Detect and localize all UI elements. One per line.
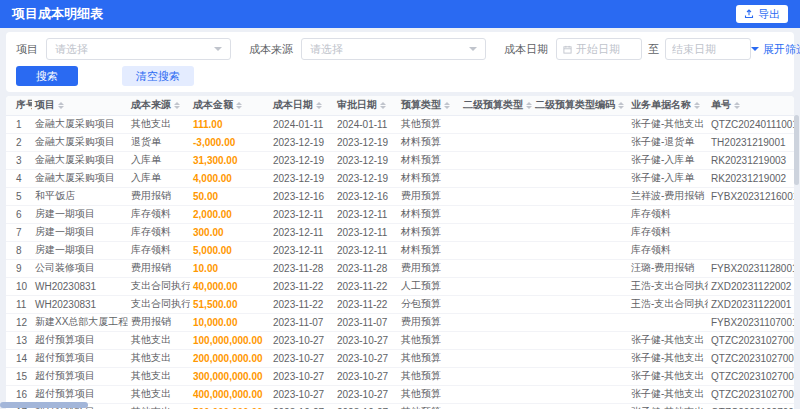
table-cell: 14 — [6, 349, 32, 367]
filter-actions: 搜索 清空搜索 — [16, 66, 784, 86]
table-row: 17超付预算项目其他支出500,000,000.002023-10-272023… — [6, 403, 794, 409]
table-cell — [460, 241, 532, 259]
table-cell: 2023-12-19 — [334, 151, 398, 169]
table-cell: 张子健-其他支出 — [628, 385, 708, 403]
column-header[interactable]: 单号 — [708, 96, 794, 115]
table-cell: 31,300.00 — [190, 151, 270, 169]
column-header[interactable]: 成本日期 — [270, 96, 334, 115]
table-cell — [460, 151, 532, 169]
filter-item-cost-date: 成本日期 开始日期 至 结束日期 — [504, 38, 751, 60]
table-cell: 10,000.00 — [190, 313, 270, 331]
table-cell: 分包预算 — [398, 295, 460, 313]
column-header[interactable]: 成本来源 — [128, 96, 190, 115]
table-cell: 超付预算项目 — [32, 385, 128, 403]
column-header[interactable]: 序号 — [6, 96, 32, 115]
start-date-placeholder: 开始日期 — [576, 42, 620, 57]
table-row: 7房建一期项目库存领料300.002023-12-112023-12-11材料预… — [6, 223, 794, 241]
sort-icon[interactable] — [58, 99, 64, 112]
table-cell — [532, 277, 628, 295]
table-cell: 材料预算 — [398, 169, 460, 187]
export-button[interactable]: 导出 — [736, 5, 788, 23]
table-cell: QTZC20231027002 — [708, 331, 794, 349]
horizontal-scrollbar-thumb[interactable] — [0, 402, 88, 408]
table-cell — [532, 169, 628, 187]
table-cell: 库存领料 — [128, 223, 190, 241]
table-cell: 张子健-其他支出 — [628, 403, 708, 409]
column-header[interactable]: 业务单据名称 — [628, 96, 708, 115]
column-header[interactable]: 二级预算类型编码 — [532, 96, 628, 115]
table-cell — [532, 115, 628, 133]
search-button[interactable]: 搜索 — [16, 66, 78, 86]
table-cell: 2024-01-11 — [334, 115, 398, 133]
sort-icon[interactable] — [526, 99, 532, 112]
sort-icon[interactable] — [316, 99, 322, 112]
end-date-input[interactable]: 结束日期 — [665, 38, 751, 60]
chevron-down-icon — [214, 47, 222, 55]
table-cell: 2023-12-11 — [334, 241, 398, 259]
expand-filter-toggle[interactable]: 展开筛选 — [751, 42, 800, 57]
table-cell: 其他支出 — [128, 349, 190, 367]
table-cell: 2023-12-19 — [334, 133, 398, 151]
chevron-down-icon — [469, 47, 477, 55]
sort-icon[interactable] — [618, 99, 624, 112]
cost-source-select[interactable]: 请选择 — [301, 38, 486, 60]
column-header[interactable]: 审批日期 — [334, 96, 398, 115]
column-header[interactable]: 项目 — [32, 96, 128, 115]
column-header[interactable]: 预算类型 — [398, 96, 460, 115]
table-cell: 51,500.00 — [190, 295, 270, 313]
topbar: 项目成本明细表 导出 — [0, 0, 800, 28]
sort-icon[interactable] — [380, 99, 386, 112]
table-cell: 材料预算 — [398, 241, 460, 259]
table-cell: 9 — [6, 259, 32, 277]
table-cell — [532, 205, 628, 223]
table-cell — [460, 385, 532, 403]
column-label: 业务单据名称 — [631, 99, 691, 110]
table-cell: 库存领料 — [628, 223, 708, 241]
table-cell: 2023-10-27 — [270, 403, 334, 409]
table-cell: 4 — [6, 169, 32, 187]
table-cell: 兰祥波-费用报销 — [628, 187, 708, 205]
table-cell: RK20231219002 — [708, 169, 794, 187]
table-header-row: 序号项目成本来源成本金额成本日期审批日期预算类型二级预算类型二级预算类型编码业务… — [6, 96, 794, 115]
table-cell: 金融大厦采购项目 — [32, 151, 128, 169]
table-cell — [532, 403, 628, 409]
column-header[interactable]: 成本金额 — [190, 96, 270, 115]
table-cell: WH20230831 — [32, 277, 128, 295]
table-row: 4金融大厦采购项目入库单4,000.002023-12-192023-12-19… — [6, 169, 794, 187]
sort-icon[interactable] — [734, 99, 740, 112]
table-cell: 2023-10-27 — [334, 385, 398, 403]
sort-icon[interactable] — [174, 99, 180, 112]
table-cell: RK20231219003 — [708, 151, 794, 169]
table-cell: -3,000.00 — [190, 133, 270, 151]
table-cell: 其他支出 — [128, 403, 190, 409]
table-cell: 400,000,000.00 — [190, 385, 270, 403]
table-cell — [532, 385, 628, 403]
table-cell: 11 — [6, 295, 32, 313]
table-cell: 张子健-入库单 — [628, 151, 708, 169]
sort-icon[interactable] — [236, 99, 242, 112]
table-cell — [460, 115, 532, 133]
column-label: 预算类型 — [401, 99, 441, 110]
vertical-scrollbar-thumb[interactable] — [794, 115, 799, 185]
cost-detail-table: 序号项目成本来源成本金额成本日期审批日期预算类型二级预算类型二级预算类型编码业务… — [6, 96, 794, 409]
column-header[interactable]: 二级预算类型 — [460, 96, 532, 115]
project-select[interactable]: 请选择 — [46, 38, 231, 60]
table-cell: 4,000.00 — [190, 169, 270, 187]
sort-icon[interactable] — [694, 99, 700, 112]
table-cell: 2023-12-19 — [270, 133, 334, 151]
export-button-label: 导出 — [758, 7, 780, 22]
table-body: 1金融大厦采购项目其他支出111.002024-01-112024-01-11其… — [6, 115, 794, 409]
table-cell: 支出合同执行 — [128, 277, 190, 295]
table-cell: QTZC20231027004 — [708, 367, 794, 385]
table-cell: 2023-12-11 — [270, 241, 334, 259]
table-cell — [460, 295, 532, 313]
table-cell: 2023-11-22 — [270, 295, 334, 313]
start-date-input[interactable]: 开始日期 — [556, 38, 642, 60]
table-row: 8房建一期项目库存领料5,000.002023-12-112023-12-11材… — [6, 241, 794, 259]
sort-icon[interactable] — [444, 99, 450, 112]
clear-search-button[interactable]: 清空搜索 — [122, 66, 194, 86]
table-cell: 2023-10-27 — [270, 385, 334, 403]
expand-filter-label: 展开筛选 — [763, 42, 800, 57]
table-row: 12新建XX总部大厦工程二期费用报销10,000.002023-11-07202… — [6, 313, 794, 331]
table-cell: 5 — [6, 187, 32, 205]
